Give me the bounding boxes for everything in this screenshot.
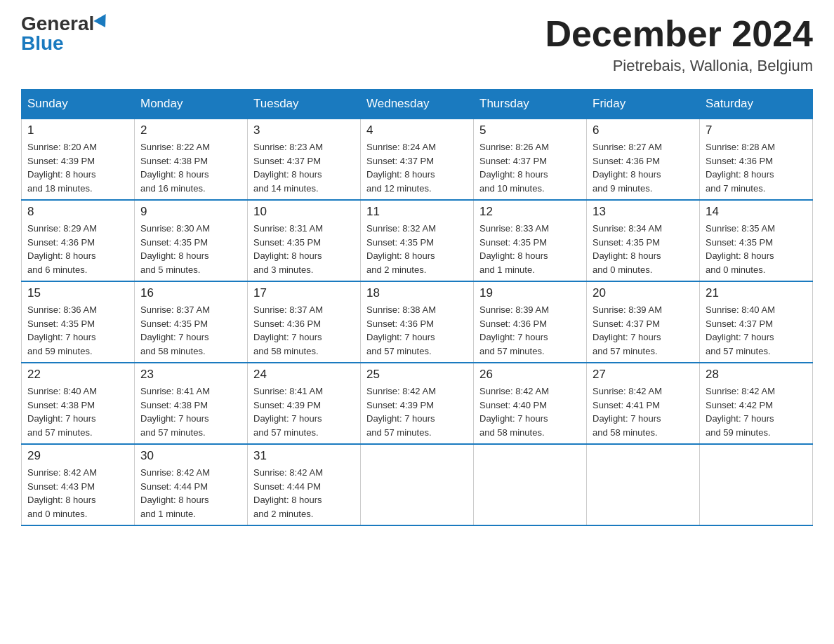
location-title: Pietrebais, Wallonia, Belgium	[545, 57, 813, 75]
day-info: Sunrise: 8:37 AM Sunset: 4:36 PM Dayligh…	[253, 303, 355, 358]
calendar-header-sunday: Sunday	[22, 90, 135, 119]
day-info: Sunrise: 8:42 AM Sunset: 4:39 PM Dayligh…	[366, 384, 468, 439]
day-number: 11	[366, 205, 468, 219]
day-number: 12	[479, 205, 581, 219]
day-number: 23	[140, 368, 241, 382]
day-info: Sunrise: 8:29 AM Sunset: 4:36 PM Dayligh…	[27, 222, 128, 276]
calendar-cell: 28Sunrise: 8:42 AM Sunset: 4:42 PM Dayli…	[700, 363, 813, 444]
day-number: 4	[366, 123, 468, 137]
day-info: Sunrise: 8:31 AM Sunset: 4:35 PM Dayligh…	[253, 222, 355, 276]
day-number: 5	[479, 123, 581, 137]
day-info: Sunrise: 8:33 AM Sunset: 4:35 PM Dayligh…	[479, 222, 581, 276]
calendar-cell: 8Sunrise: 8:29 AM Sunset: 4:36 PM Daylig…	[22, 200, 135, 281]
calendar-cell: 6Sunrise: 8:27 AM Sunset: 4:36 PM Daylig…	[587, 119, 700, 200]
day-number: 25	[366, 368, 468, 382]
day-number: 3	[253, 123, 355, 137]
calendar-header-monday: Monday	[135, 90, 248, 119]
day-info: Sunrise: 8:42 AM Sunset: 4:43 PM Dayligh…	[27, 466, 128, 521]
day-info: Sunrise: 8:40 AM Sunset: 4:37 PM Dayligh…	[706, 303, 807, 358]
day-info: Sunrise: 8:23 AM Sunset: 4:37 PM Dayligh…	[253, 140, 355, 195]
calendar-header-tuesday: Tuesday	[248, 90, 361, 119]
day-info: Sunrise: 8:30 AM Sunset: 4:35 PM Dayligh…	[140, 222, 241, 276]
day-info: Sunrise: 8:42 AM Sunset: 4:44 PM Dayligh…	[253, 466, 355, 521]
month-title: December 2024	[545, 14, 813, 54]
calendar-cell: 5Sunrise: 8:26 AM Sunset: 4:37 PM Daylig…	[474, 119, 587, 200]
calendar-header-friday: Friday	[587, 90, 700, 119]
day-number: 1	[27, 123, 128, 137]
logo-blue-text: Blue	[21, 34, 64, 53]
calendar-cell: 16Sunrise: 8:37 AM Sunset: 4:35 PM Dayli…	[135, 281, 248, 363]
day-info: Sunrise: 8:22 AM Sunset: 4:38 PM Dayligh…	[140, 140, 241, 195]
calendar-header-row: SundayMondayTuesdayWednesdayThursdayFrid…	[22, 90, 813, 119]
day-number: 8	[27, 205, 128, 219]
day-info: Sunrise: 8:39 AM Sunset: 4:37 PM Dayligh…	[593, 303, 694, 358]
day-number: 2	[140, 123, 241, 137]
calendar-cell: 13Sunrise: 8:34 AM Sunset: 4:35 PM Dayli…	[587, 200, 700, 281]
calendar-cell: 9Sunrise: 8:30 AM Sunset: 4:35 PM Daylig…	[135, 200, 248, 281]
calendar-cell: 20Sunrise: 8:39 AM Sunset: 4:37 PM Dayli…	[587, 281, 700, 363]
day-number: 24	[253, 368, 355, 382]
day-number: 6	[593, 123, 694, 137]
calendar-cell: 2Sunrise: 8:22 AM Sunset: 4:38 PM Daylig…	[135, 119, 248, 200]
day-info: Sunrise: 8:24 AM Sunset: 4:37 PM Dayligh…	[366, 140, 468, 195]
page-header: General Blue December 2024 Pietrebais, W…	[21, 14, 813, 75]
calendar-cell: 10Sunrise: 8:31 AM Sunset: 4:35 PM Dayli…	[248, 200, 361, 281]
day-info: Sunrise: 8:42 AM Sunset: 4:40 PM Dayligh…	[479, 384, 581, 439]
calendar-cell: 22Sunrise: 8:40 AM Sunset: 4:38 PM Dayli…	[22, 363, 135, 444]
day-info: Sunrise: 8:32 AM Sunset: 4:35 PM Dayligh…	[366, 222, 468, 276]
day-number: 19	[479, 286, 581, 300]
calendar-cell	[361, 444, 474, 525]
day-info: Sunrise: 8:34 AM Sunset: 4:35 PM Dayligh…	[593, 222, 694, 276]
day-info: Sunrise: 8:40 AM Sunset: 4:38 PM Dayligh…	[27, 384, 128, 439]
calendar-week-row: 1Sunrise: 8:20 AM Sunset: 4:39 PM Daylig…	[22, 119, 813, 200]
day-number: 27	[593, 368, 694, 382]
calendar-cell: 17Sunrise: 8:37 AM Sunset: 4:36 PM Dayli…	[248, 281, 361, 363]
calendar-cell: 31Sunrise: 8:42 AM Sunset: 4:44 PM Dayli…	[248, 444, 361, 525]
calendar-week-row: 15Sunrise: 8:36 AM Sunset: 4:35 PM Dayli…	[22, 281, 813, 363]
calendar-cell: 27Sunrise: 8:42 AM Sunset: 4:41 PM Dayli…	[587, 363, 700, 444]
calendar-cell: 1Sunrise: 8:20 AM Sunset: 4:39 PM Daylig…	[22, 119, 135, 200]
calendar-cell: 7Sunrise: 8:28 AM Sunset: 4:36 PM Daylig…	[700, 119, 813, 200]
day-number: 30	[140, 449, 241, 463]
calendar-cell	[474, 444, 587, 525]
calendar-cell: 24Sunrise: 8:41 AM Sunset: 4:39 PM Dayli…	[248, 363, 361, 444]
day-info: Sunrise: 8:36 AM Sunset: 4:35 PM Dayligh…	[27, 303, 128, 358]
calendar-cell: 30Sunrise: 8:42 AM Sunset: 4:44 PM Dayli…	[135, 444, 248, 525]
calendar-cell: 12Sunrise: 8:33 AM Sunset: 4:35 PM Dayli…	[474, 200, 587, 281]
calendar-week-row: 29Sunrise: 8:42 AM Sunset: 4:43 PM Dayli…	[22, 444, 813, 525]
calendar-cell	[587, 444, 700, 525]
day-number: 14	[706, 205, 807, 219]
day-number: 7	[706, 123, 807, 137]
day-info: Sunrise: 8:42 AM Sunset: 4:41 PM Dayligh…	[593, 384, 694, 439]
day-number: 22	[27, 368, 128, 382]
day-number: 10	[253, 205, 355, 219]
day-number: 17	[253, 286, 355, 300]
day-number: 9	[140, 205, 241, 219]
calendar-cell: 19Sunrise: 8:39 AM Sunset: 4:36 PM Dayli…	[474, 281, 587, 363]
day-info: Sunrise: 8:27 AM Sunset: 4:36 PM Dayligh…	[593, 140, 694, 195]
day-number: 13	[593, 205, 694, 219]
calendar-header-wednesday: Wednesday	[361, 90, 474, 119]
calendar-cell: 14Sunrise: 8:35 AM Sunset: 4:35 PM Dayli…	[700, 200, 813, 281]
calendar-header-thursday: Thursday	[474, 90, 587, 119]
day-number: 21	[706, 286, 807, 300]
calendar-week-row: 22Sunrise: 8:40 AM Sunset: 4:38 PM Dayli…	[22, 363, 813, 444]
calendar-table: SundayMondayTuesdayWednesdayThursdayFrid…	[21, 89, 813, 526]
day-info: Sunrise: 8:26 AM Sunset: 4:37 PM Dayligh…	[479, 140, 581, 195]
day-number: 26	[479, 368, 581, 382]
calendar-cell: 21Sunrise: 8:40 AM Sunset: 4:37 PM Dayli…	[700, 281, 813, 363]
calendar-cell: 26Sunrise: 8:42 AM Sunset: 4:40 PM Dayli…	[474, 363, 587, 444]
calendar-cell: 25Sunrise: 8:42 AM Sunset: 4:39 PM Dayli…	[361, 363, 474, 444]
day-info: Sunrise: 8:39 AM Sunset: 4:36 PM Dayligh…	[479, 303, 581, 358]
day-number: 31	[253, 449, 355, 463]
calendar-header-saturday: Saturday	[700, 90, 813, 119]
day-info: Sunrise: 8:42 AM Sunset: 4:42 PM Dayligh…	[706, 384, 807, 439]
calendar-cell: 15Sunrise: 8:36 AM Sunset: 4:35 PM Dayli…	[22, 281, 135, 363]
day-info: Sunrise: 8:35 AM Sunset: 4:35 PM Dayligh…	[706, 222, 807, 276]
day-info: Sunrise: 8:38 AM Sunset: 4:36 PM Dayligh…	[366, 303, 468, 358]
title-area: December 2024 Pietrebais, Wallonia, Belg…	[545, 14, 813, 75]
day-info: Sunrise: 8:28 AM Sunset: 4:36 PM Dayligh…	[706, 140, 807, 195]
day-number: 20	[593, 286, 694, 300]
day-number: 16	[140, 286, 241, 300]
day-info: Sunrise: 8:42 AM Sunset: 4:44 PM Dayligh…	[140, 466, 241, 521]
